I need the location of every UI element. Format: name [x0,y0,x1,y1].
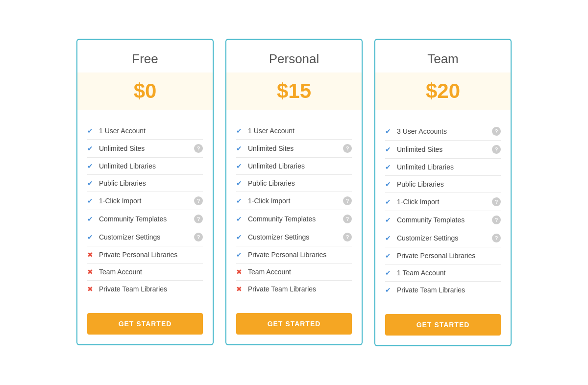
feature-label: 1 User Account [248,127,352,135]
check-icon: ✔ [385,269,395,277]
feature-label: Community Templates [397,216,489,224]
feature-row: ✔1 Team Account [385,265,501,282]
feature-label: Private Personal Libraries [248,251,352,259]
plan-price-personal: $15 [226,79,362,103]
help-icon[interactable]: ? [492,197,501,206]
plan-features-team: ✔3 User Accounts?✔Unlimited Sites?✔Unlim… [375,118,511,306]
help-icon[interactable]: ? [194,215,203,223]
help-icon[interactable]: ? [194,233,203,241]
plan-price-box-personal: $15 [226,72,362,110]
feature-label: Unlimited Libraries [397,163,501,171]
plan-price-team: $20 [375,79,511,103]
check-icon: ✔ [87,179,97,187]
check-icon: ✔ [236,215,246,223]
plan-price-free: $0 [77,79,213,103]
feature-label: Team Account [248,268,352,276]
feature-row: ✔Customizer Settings? [236,228,352,246]
check-icon: ✔ [236,233,246,241]
help-icon[interactable]: ? [343,196,352,205]
plan-name-personal: Personal [236,51,352,67]
check-icon: ✔ [385,286,395,294]
check-icon: ✔ [236,144,246,152]
feature-row: ✔1-Click Import? [236,192,352,210]
plan-header-team: Team$20 [375,40,511,118]
check-icon: ✔ [385,145,395,153]
check-icon: ✔ [87,144,97,152]
plan-card-free: Free$0✔1 User Account✔Unlimited Sites?✔U… [76,39,214,345]
help-icon[interactable]: ? [492,216,501,224]
feature-label: Customizer Settings [248,233,340,241]
feature-row: ✔1 User Account [236,122,352,140]
help-icon[interactable]: ? [343,215,352,223]
feature-row: ✖Private Personal Libraries [87,246,203,264]
feature-row: ✔Public Libraries [236,175,352,192]
feature-label: Customizer Settings [99,233,191,241]
feature-label: Public Libraries [397,180,501,188]
check-icon: ✔ [87,233,97,241]
feature-label: Private Team Libraries [99,285,203,293]
plan-name-free: Free [87,51,203,67]
help-icon[interactable]: ? [492,234,501,242]
feature-label: Customizer Settings [397,234,489,242]
feature-label: Unlimited Sites [99,144,191,152]
plan-footer-team: GET STARTED [375,306,511,345]
check-icon: ✔ [385,163,395,171]
feature-label: Unlimited Libraries [99,162,203,170]
feature-label: Public Libraries [248,179,352,187]
help-icon[interactable]: ? [194,144,203,153]
feature-label: Unlimited Libraries [248,162,352,170]
cross-icon: ✖ [87,268,97,276]
feature-row: ✔Public Libraries [385,176,501,193]
plan-price-box-team: $20 [375,72,511,110]
plan-card-personal: Personal$15✔1 User Account✔Unlimited Sit… [225,39,363,345]
plan-name-team: Team [385,51,501,67]
plan-header-free: Free$0 [77,40,213,118]
feature-label: 1-Click Import [248,197,340,205]
feature-row: ✔Community Templates? [87,210,203,228]
feature-row: ✔Public Libraries [87,175,203,192]
feature-label: Unlimited Sites [248,144,340,152]
feature-label: Public Libraries [99,179,203,187]
check-icon: ✔ [236,179,246,187]
help-icon[interactable]: ? [343,144,352,153]
get-started-button-personal[interactable]: GET STARTED [236,313,352,335]
check-icon: ✔ [385,216,395,224]
plan-features-personal: ✔1 User Account✔Unlimited Sites?✔Unlimit… [226,118,362,305]
feature-row: ✔Private Personal Libraries [385,247,501,265]
feature-row: ✔Unlimited Sites? [87,140,203,158]
get-started-button-free[interactable]: GET STARTED [87,313,203,335]
help-icon[interactable]: ? [194,196,203,205]
feature-row: ✔1-Click Import? [385,193,501,211]
feature-row: ✖Private Team Libraries [87,281,203,297]
check-icon: ✔ [236,251,246,259]
feature-label: Community Templates [99,215,191,223]
cross-icon: ✖ [236,268,246,276]
feature-label: Private Personal Libraries [99,251,203,259]
feature-label: 1-Click Import [99,197,191,205]
feature-row: ✔1 User Account [87,122,203,140]
check-icon: ✔ [385,127,395,135]
feature-row: ✔Community Templates? [236,210,352,228]
cross-icon: ✖ [236,285,246,293]
check-icon: ✔ [385,252,395,260]
feature-row: ✔Private Personal Libraries [236,246,352,264]
get-started-button-team[interactable]: GET STARTED [385,314,501,336]
feature-label: Private Team Libraries [248,285,352,293]
cross-icon: ✖ [87,251,97,259]
check-icon: ✔ [87,197,97,205]
feature-row: ✔Customizer Settings? [87,228,203,246]
check-icon: ✔ [385,180,395,188]
plan-features-free: ✔1 User Account✔Unlimited Sites?✔Unlimit… [77,118,213,305]
help-icon[interactable]: ? [492,127,501,136]
feature-row: ✔Unlimited Sites? [385,141,501,159]
help-icon[interactable]: ? [492,145,501,154]
check-icon: ✔ [236,127,246,135]
help-icon[interactable]: ? [343,233,352,241]
plan-footer-personal: GET STARTED [226,305,362,344]
feature-row: ✔Unlimited Libraries [385,159,501,176]
plan-price-box-free: $0 [77,72,213,110]
plan-card-team: Team$20✔3 User Accounts?✔Unlimited Sites… [374,39,512,346]
feature-row: ✔Unlimited Sites? [236,140,352,158]
feature-label: Private Team Libraries [397,286,501,294]
check-icon: ✔ [87,215,97,223]
